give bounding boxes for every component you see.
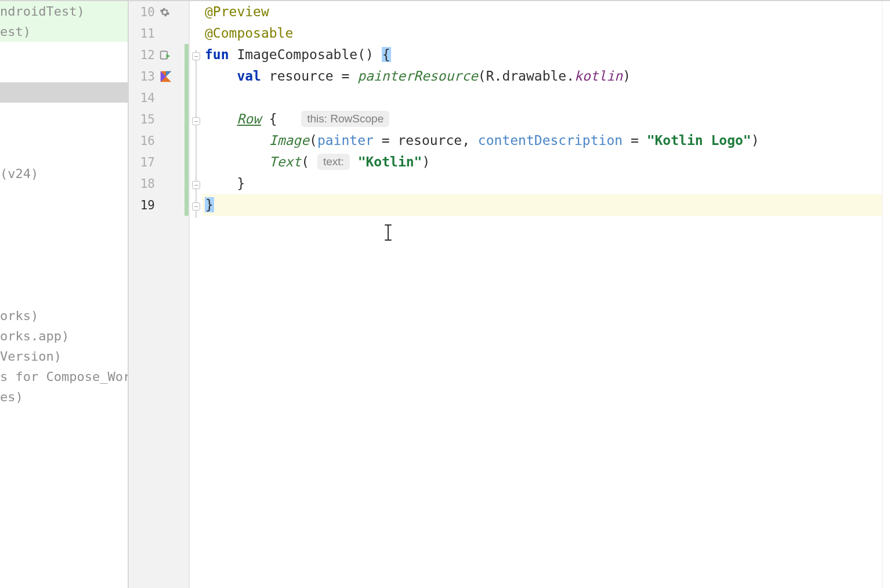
vcs-change-marker[interactable]: [184, 108, 189, 130]
ide-root: ndroidTest)est)(v24)orks)orks.app) Versi…: [0, 0, 890, 588]
inlay-hint: this: RowScope: [301, 111, 389, 127]
code-line[interactable]: val resource = painterResource(R.drawabl…: [202, 66, 882, 87]
function-call: Text: [269, 154, 301, 169]
code-line-current[interactable]: }: [202, 194, 882, 216]
code-line[interactable]: Row { this: RowScope: [202, 108, 882, 130]
gutter-line[interactable]: 10: [129, 1, 189, 23]
code-line[interactable]: [202, 87, 882, 108]
function-call: painterResource: [357, 68, 478, 84]
marker-strip[interactable]: [882, 1, 890, 588]
tree-item[interactable]: s for Compose_Wor: [0, 366, 128, 387]
kotlin-icon[interactable]: [160, 70, 172, 83]
gutter-line[interactable]: 15: [129, 108, 189, 130]
tree-item[interactable]: [0, 184, 128, 204]
gutter-icons: [155, 7, 189, 17]
punct: =: [374, 133, 398, 148]
gutter-line[interactable]: 14: [129, 87, 189, 108]
named-param: contentDescription: [478, 133, 623, 148]
brace: }: [237, 176, 245, 191]
tree-item[interactable]: [0, 123, 128, 143]
code-line[interactable]: Text( text: "Kotlin"): [202, 151, 882, 173]
gutter-icons: [155, 49, 189, 61]
tree-item[interactable]: [0, 265, 128, 285]
line-number: 18: [132, 177, 155, 191]
annotation: @Composable: [205, 26, 293, 41]
line-number: 10: [132, 5, 155, 19]
tree-item[interactable]: ndroidTest): [0, 1, 128, 21]
tree-item[interactable]: [0, 103, 128, 123]
vcs-change-marker[interactable]: [184, 194, 189, 216]
keyword: val: [237, 68, 261, 84]
fold-knob-icon[interactable]: [192, 52, 200, 60]
tree-item[interactable]: [0, 204, 128, 224]
gutter-line[interactable]: 18: [129, 173, 189, 194]
gutter-line[interactable]: 12: [129, 44, 189, 66]
gutter-line[interactable]: 11: [129, 23, 189, 44]
punct: ): [623, 68, 631, 84]
string-literal: "Kotlin": [358, 154, 422, 169]
gear-icon[interactable]: [160, 7, 170, 17]
property: kotlin: [574, 68, 623, 84]
gutter-line[interactable]: 16: [129, 130, 189, 151]
tree-item[interactable]: [0, 143, 128, 164]
brace-highlight: }: [205, 197, 214, 212]
code-line[interactable]: Image(painter = resource, contentDescrip…: [202, 130, 882, 151]
fold-knob-icon[interactable]: [192, 117, 200, 125]
tree-item[interactable]: [0, 285, 128, 306]
tree-item[interactable]: [0, 245, 128, 265]
line-number: 16: [132, 134, 155, 148]
line-number: 19: [132, 198, 155, 212]
vcs-change-marker[interactable]: [184, 173, 189, 194]
named-param: painter: [317, 133, 374, 148]
vcs-change-marker[interactable]: [184, 87, 189, 108]
tree-item[interactable]: orks): [0, 306, 128, 326]
vcs-change-marker[interactable]: [184, 151, 189, 173]
identifier: resource: [269, 68, 334, 84]
gutter-line[interactable]: 19: [129, 194, 189, 216]
project-tree[interactable]: ndroidTest)est)(v24)orks)orks.app) Versi…: [0, 1, 129, 588]
fold-knob-icon[interactable]: [192, 202, 200, 210]
code-line[interactable]: @Preview: [202, 1, 882, 23]
tree-item[interactable]: [0, 224, 128, 245]
tree-item[interactable]: es): [0, 387, 128, 407]
brace-highlight: {: [382, 47, 391, 62]
punct: {: [261, 111, 277, 126]
vcs-change-marker[interactable]: [184, 130, 189, 151]
code-editor[interactable]: @Preview @Composable fun ImageComposable…: [202, 1, 882, 588]
punct: =: [334, 68, 358, 84]
tree-item[interactable]: est): [0, 21, 128, 42]
punct: ): [751, 133, 759, 148]
fold-knob-icon[interactable]: [192, 181, 200, 189]
tree-item[interactable]: [0, 82, 128, 103]
gutter-icons: [155, 70, 189, 83]
tree-item[interactable]: [0, 62, 128, 82]
punct: =: [623, 133, 647, 148]
tree-item[interactable]: [0, 42, 128, 62]
run-gutter-icon[interactable]: [160, 49, 171, 61]
vcs-change-marker[interactable]: [184, 66, 189, 87]
editor-gutter[interactable]: 10111213141516171819: [129, 1, 190, 588]
code-line[interactable]: }: [202, 173, 882, 194]
code-line[interactable]: @Composable: [202, 23, 882, 44]
tree-item[interactable]: orks.app): [0, 326, 128, 346]
identifier: resource: [397, 133, 462, 148]
code-line[interactable]: fun ImageComposable() {: [202, 44, 882, 66]
fold-strip[interactable]: [190, 1, 202, 588]
text-cursor-icon: [384, 224, 393, 245]
svg-rect-0: [161, 51, 168, 59]
line-number: 12: [132, 48, 155, 62]
gutter-line[interactable]: 13: [129, 66, 189, 87]
line-number: 14: [132, 91, 155, 105]
keyword: fun: [205, 47, 229, 62]
tree-item[interactable]: Version): [0, 346, 128, 366]
line-number: 11: [132, 27, 155, 41]
tree-item[interactable]: (v24): [0, 164, 128, 184]
vcs-change-marker[interactable]: [184, 44, 189, 66]
gutter-line[interactable]: 17: [129, 151, 189, 173]
line-number: 15: [132, 112, 155, 126]
inlay-hint: text:: [317, 154, 350, 170]
punct: (): [357, 47, 374, 62]
string-literal: "Kotlin Logo": [647, 133, 751, 148]
punct: ): [422, 154, 430, 169]
identifier: R.drawable.: [486, 68, 574, 84]
